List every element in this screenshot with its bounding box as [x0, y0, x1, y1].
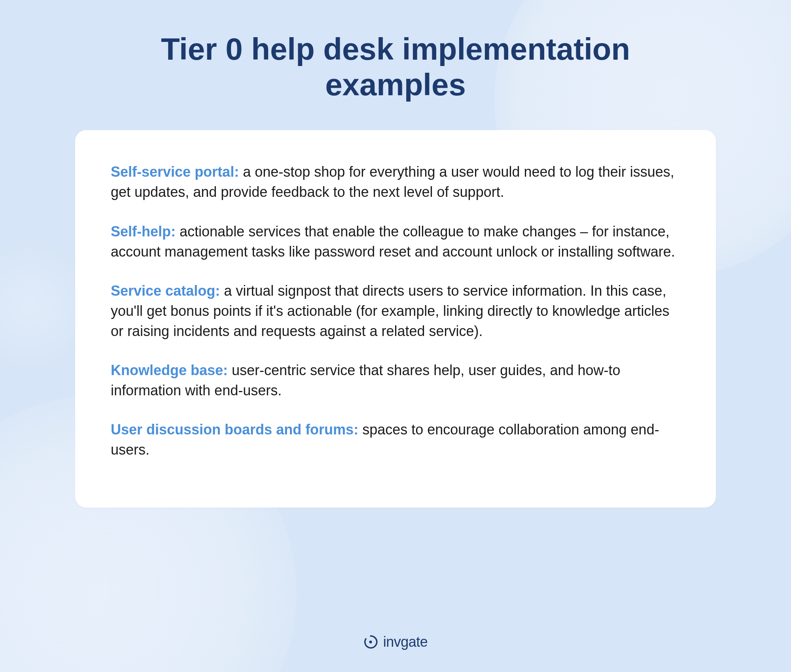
invgate-logo-icon	[363, 635, 378, 649]
page-title: Tier 0 help desk implementation examples	[99, 32, 692, 102]
list-item: Knowledge base: user-centric service tha…	[111, 360, 680, 400]
item-label: Self-service portal:	[111, 164, 239, 180]
footer: invgate	[0, 634, 791, 650]
list-item: Self-help: actionable services that enab…	[111, 221, 680, 262]
item-label: Service catalog:	[111, 283, 220, 299]
item-label: Self-help:	[111, 223, 176, 240]
brand-name: invgate	[383, 634, 428, 650]
content-container: Tier 0 help desk implementation examples…	[0, 0, 791, 672]
item-label: User discussion boards and forums:	[111, 421, 358, 438]
svg-point-0	[369, 641, 372, 644]
list-item: User discussion boards and forums: space…	[111, 419, 680, 460]
item-text: actionable services that enable the coll…	[111, 223, 675, 260]
content-card: Self-service portal: a one-stop shop for…	[75, 130, 716, 507]
list-item: Service catalog: a virtual signpost that…	[111, 281, 680, 341]
list-item: Self-service portal: a one-stop shop for…	[111, 162, 680, 202]
item-label: Knowledge base:	[111, 362, 228, 378]
